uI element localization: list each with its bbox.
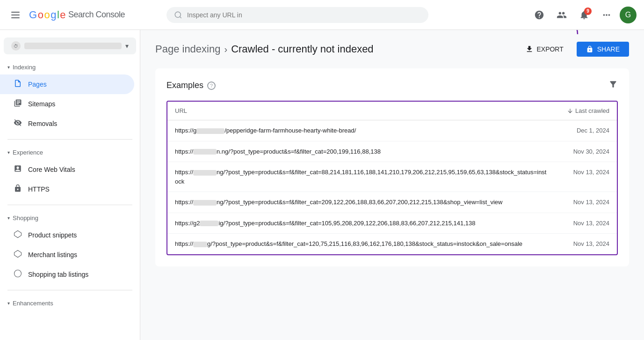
layout: ⏱ ▾ ▾ Indexing Pages Sitemaps (0, 30, 644, 340)
sidebar-item-core-web-vitals[interactable]: Core Web Vitals (0, 160, 134, 179)
help-button[interactable] (530, 6, 549, 24)
redacted-domain (193, 170, 217, 176)
merchant-listings-icon (13, 250, 22, 260)
section-shopping-arrow: ▾ (7, 215, 10, 221)
notification-badge: 9 (584, 7, 592, 15)
export-icon (525, 45, 534, 53)
section-enhancements-header[interactable]: ▾ Enhancements (0, 296, 140, 310)
sidebar-item-product-snippets[interactable]: Product snippets (0, 225, 134, 245)
col-url-header: URL (175, 107, 549, 114)
breadcrumb-parent: Page indexing (155, 43, 220, 55)
help-char: ? (210, 83, 213, 89)
topbar-left: Google Search Console (7, 7, 166, 23)
sidebar: ⏱ ▾ ▾ Indexing Pages Sitemaps (0, 30, 140, 340)
section-indexing-arrow: ▾ (7, 65, 10, 70)
table-header: URL Last crawled (167, 102, 617, 120)
section-experience-label: Experience (13, 149, 43, 156)
removals-label: Removals (28, 120, 57, 127)
section-experience-header[interactable]: ▾ Experience (0, 145, 140, 160)
redacted-domain (193, 200, 217, 206)
table-row[interactable]: https://g2ig/?post_type=product&s=f&filt… (167, 213, 617, 234)
svg-rect-1 (11, 15, 20, 15)
property-icon: ⏱ (11, 41, 21, 51)
url-cell: https://g/pepperidge-farm-farmhouse-hear… (175, 126, 549, 135)
apps-button[interactable] (597, 6, 616, 24)
export-button[interactable]: EXPORT (518, 41, 571, 57)
content-card: Examples ? URL Last crawled (155, 68, 629, 266)
section-experience-arrow: ▾ (7, 150, 10, 155)
table-row[interactable]: https://ng/?post_type=product&s=f&filter… (167, 192, 617, 213)
notifications-button[interactable]: 9 (575, 6, 593, 24)
svg-line-4 (180, 16, 181, 18)
examples-help-icon[interactable]: ? (207, 81, 216, 90)
sitemaps-icon (13, 99, 22, 109)
url-cell: https://g2ig/?post_type=product&s=f&filt… (175, 219, 549, 228)
sidebar-item-pages[interactable]: Pages (0, 74, 134, 94)
filter-icon[interactable] (608, 80, 618, 91)
url-cell: https://n.ng/?post_type=product&s=f&filt… (175, 147, 549, 156)
svg-rect-2 (11, 17, 20, 18)
redacted-domain (193, 149, 217, 155)
shopping-tab-label: Shopping tab listings (28, 271, 88, 278)
breadcrumb-current: Crawled - currently not indexed (231, 43, 373, 55)
section-enhancements-arrow: ▾ (7, 301, 10, 306)
menu-icon[interactable] (7, 7, 23, 23)
svg-rect-0 (11, 12, 20, 13)
header-actions: EXPORT SHARE (518, 41, 629, 57)
section-indexing-label: Indexing (13, 64, 36, 71)
sidebar-item-shopping-tab[interactable]: Shopping tab listings (0, 265, 134, 284)
section-experience: ▾ Experience Core Web Vitals HTTPS (0, 143, 140, 201)
svg-marker-6 (14, 231, 22, 238)
sidebar-item-sitemaps[interactable]: Sitemaps (0, 94, 134, 114)
share-icon (586, 45, 593, 53)
url-cell: https://ng/?post_type=product&s=f&filter… (175, 168, 549, 186)
google-logo: Google Search Console (29, 9, 125, 21)
core-web-vitals-icon (13, 164, 22, 175)
search-icon (174, 11, 182, 19)
topbar: Google Search Console 9 (0, 0, 644, 30)
redacted-domain (196, 128, 224, 134)
sort-icon (567, 108, 573, 114)
share-button[interactable]: SHARE (577, 42, 629, 57)
examples-header: Examples ? (166, 80, 618, 91)
examples-label: Examples (166, 81, 203, 90)
product-snippets-label: Product snippets (28, 231, 77, 239)
export-label: EXPORT (536, 45, 563, 53)
sidebar-item-removals[interactable]: Removals (0, 114, 134, 133)
table-row[interactable]: https://ng/?post_type=product&s=f&filter… (167, 162, 617, 192)
https-label: HTTPS (28, 185, 50, 193)
main-content: Page indexing › Crawled - currently not … (140, 30, 644, 340)
table-row[interactable]: https://g/?post_type=product&s=f&filter_… (167, 234, 617, 254)
property-selector[interactable]: ⏱ ▾ (4, 37, 136, 54)
breadcrumb: Page indexing › Crawled - currently not … (155, 43, 374, 55)
topbar-right: 9 G (530, 6, 637, 24)
svg-point-8 (14, 270, 22, 277)
page-header: Page indexing › Crawled - currently not … (155, 41, 629, 57)
section-shopping-header[interactable]: ▾ Shopping (0, 211, 140, 225)
section-enhancements-label: Enhancements (13, 300, 53, 307)
section-shopping: ▾ Shopping Product snippets Merchant lis… (0, 209, 140, 286)
date-cell: Nov 13, 2024 (549, 219, 609, 227)
property-dropdown-icon[interactable]: ▾ (125, 42, 129, 50)
search-bar[interactable] (166, 7, 428, 23)
svg-point-3 (175, 12, 181, 17)
table-row[interactable]: https://n.ng/?post_type=product&s=f&filt… (167, 141, 617, 163)
avatar[interactable]: G (620, 7, 637, 23)
sidebar-item-https[interactable]: HTTPS (0, 179, 134, 199)
people-icon[interactable] (552, 6, 571, 24)
share-label: SHARE (597, 45, 620, 53)
property-name (24, 43, 122, 49)
sitemaps-label: Sitemaps (28, 100, 55, 108)
pages-label: Pages (28, 81, 47, 88)
date-cell: Nov 30, 2024 (549, 147, 609, 155)
sidebar-item-merchant-listings[interactable]: Merchant listings (0, 245, 134, 265)
url-cell: https://g/?post_type=product&s=f&filter_… (175, 239, 549, 249)
section-indexing-header[interactable]: ▾ Indexing (0, 60, 140, 74)
table-row[interactable]: https://g/pepperidge-farm-farmhouse-hear… (167, 120, 617, 141)
examples-title: Examples ? (166, 81, 216, 90)
col-date-label: Last crawled (575, 107, 609, 114)
search-input[interactable] (187, 11, 421, 19)
col-date-header: Last crawled (549, 107, 609, 114)
date-cell: Nov 13, 2024 (549, 239, 609, 247)
merchant-listings-label: Merchant listings (28, 251, 77, 259)
